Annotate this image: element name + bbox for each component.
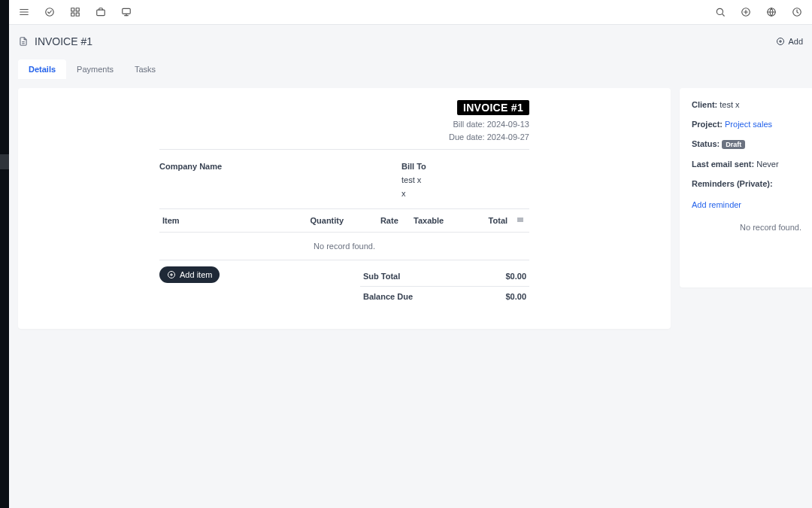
subtotal-label: Sub Total — [363, 272, 400, 281]
tab-details[interactable]: Details — [18, 59, 66, 79]
company-name-label: Company Name — [159, 162, 222, 198]
meta-status: Status: Draft — [692, 139, 801, 149]
page-title: INVOICE #1 — [18, 35, 92, 47]
subtotal-value: $0.00 — [505, 272, 526, 281]
project-link[interactable]: Project sales — [725, 120, 772, 129]
sidebar-expand-handle[interactable] — [0, 154, 9, 169]
svg-rect-9 — [123, 8, 131, 14]
balance-label: Balance Due — [363, 292, 413, 301]
project-label: Project: — [692, 120, 723, 129]
svg-rect-5 — [76, 8, 79, 11]
lastemail-value: Never — [756, 160, 778, 169]
invoice-dates: Bill date: 2024-09-13 Due date: 2024-09-… — [449, 118, 529, 143]
col-taxable: Taxable — [401, 209, 456, 233]
client-value: test x — [720, 100, 739, 109]
balance-value: $0.00 — [505, 292, 526, 301]
page-add-action[interactable]: Add — [776, 37, 803, 46]
svg-rect-4 — [71, 8, 74, 11]
svg-rect-7 — [76, 13, 79, 16]
tab-payments[interactable]: Payments — [66, 59, 124, 79]
invoice-number-badge: INVOICE #1 — [457, 100, 529, 115]
side-panel: Client: test x Project: Project sales St… — [680, 88, 812, 287]
lastemail-label: Last email sent: — [692, 160, 754, 169]
document-icon — [18, 36, 29, 47]
bill-date-label: Bill date: — [453, 120, 484, 129]
invoice-card: INVOICE #1 Bill date: 2024-09-13 Due dat… — [18, 88, 671, 329]
status-badge: Draft — [722, 140, 745, 149]
meta-client: Client: test x — [692, 100, 801, 109]
svg-point-3 — [46, 8, 54, 17]
col-total: Total — [456, 209, 511, 233]
globe-icon[interactable] — [765, 6, 777, 18]
no-record-text: No record found. — [159, 233, 529, 260]
balance-row: Balance Due $0.00 — [360, 287, 529, 306]
svg-rect-6 — [71, 13, 74, 16]
subtotal-row: Sub Total $0.00 — [360, 266, 529, 287]
briefcase-icon[interactable] — [95, 6, 107, 18]
menu-icon[interactable] — [18, 6, 30, 18]
svg-line-13 — [723, 14, 725, 17]
tab-tasks[interactable]: Tasks — [124, 59, 166, 79]
totals: Sub Total $0.00 Balance Due $0.00 — [360, 266, 529, 306]
meta-project: Project: Project sales — [692, 120, 801, 129]
bill-to-address: x — [401, 189, 529, 198]
check-circle-icon[interactable] — [44, 6, 56, 18]
page-add-label: Add — [788, 37, 803, 46]
status-label: Status: — [692, 139, 720, 148]
bill-date-value: 2024-09-13 — [487, 120, 529, 129]
tabs: Details Payments Tasks — [9, 57, 812, 79]
search-icon[interactable] — [714, 6, 726, 18]
side-no-record: No record found. — [692, 223, 801, 232]
add-item-button[interactable]: Add item — [159, 266, 220, 283]
col-item: Item — [159, 209, 292, 233]
due-date-value: 2024-09-27 — [487, 132, 529, 141]
topbar-right — [714, 6, 803, 18]
meta-lastemail: Last email sent: Never — [692, 160, 801, 169]
page-title-text: INVOICE #1 — [35, 35, 92, 47]
bill-to: Bill To test x x — [401, 162, 529, 198]
under-table: Add item Sub Total $0.00 Balance Due $0.… — [159, 266, 529, 306]
plus-circle-icon — [776, 37, 785, 46]
bill-to-label: Bill To — [401, 162, 529, 171]
monitor-icon[interactable] — [120, 6, 132, 18]
plus-circle-icon — [167, 270, 176, 279]
plus-circle-icon[interactable] — [740, 6, 752, 18]
svg-point-12 — [717, 8, 723, 14]
add-reminder-link[interactable]: Add reminder — [692, 200, 741, 209]
clock-icon[interactable] — [791, 6, 803, 18]
client-label: Client: — [692, 100, 717, 109]
col-rate: Rate — [347, 209, 401, 233]
collapsed-sidebar[interactable] — [0, 0, 9, 508]
invoice-header: INVOICE #1 Bill date: 2024-09-13 Due dat… — [159, 100, 529, 143]
parties: Company Name Bill To test x x — [159, 149, 529, 208]
add-item-label: Add item — [180, 270, 212, 279]
due-date-label: Due date: — [449, 132, 485, 141]
page-header: INVOICE #1 Add — [9, 25, 812, 57]
table-row-empty: No record found. — [159, 233, 529, 260]
content: INVOICE #1 Bill date: 2024-09-13 Due dat… — [9, 79, 812, 508]
reminders-label: Reminders (Private): — [692, 179, 773, 188]
topbar — [9, 0, 812, 25]
drag-handle-icon — [516, 217, 525, 226]
items-table: Item Quantity Rate Taxable Total No reco… — [159, 208, 529, 260]
grid-icon[interactable] — [69, 6, 81, 18]
svg-rect-8 — [97, 10, 105, 16]
meta-reminders: Reminders (Private): — [692, 179, 801, 188]
bill-to-name: test x — [401, 175, 529, 184]
topbar-left — [18, 6, 132, 18]
col-drag — [511, 209, 529, 233]
col-quantity: Quantity — [292, 209, 347, 233]
